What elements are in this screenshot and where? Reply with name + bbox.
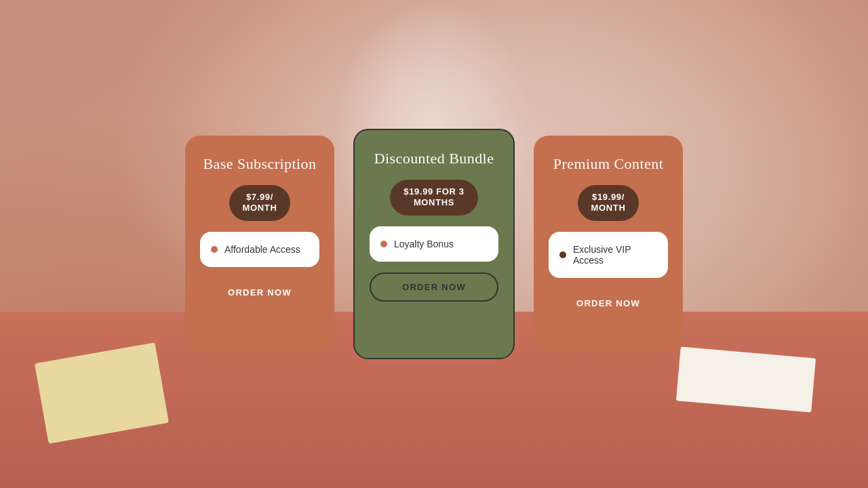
discounted-bundle-features: Loyalty Bonus bbox=[370, 226, 498, 262]
bundle-order-button[interactable]: ORDER NOW bbox=[370, 272, 498, 302]
base-feature-item: Affordable Access bbox=[211, 244, 309, 255]
premium-content-title: Premium Content bbox=[553, 155, 663, 174]
discounted-bundle-card: Discounted Bundle $19.99 FOR 3MONTHS Loy… bbox=[353, 129, 515, 359]
feature-dot-icon bbox=[380, 241, 387, 247]
premium-feature-item: Exclusive VIP Access bbox=[559, 244, 657, 266]
pricing-cards-container: Base Subscription $7.99/MONTH Affordable… bbox=[0, 0, 868, 488]
discounted-bundle-title: Discounted Bundle bbox=[374, 149, 494, 169]
base-order-button[interactable]: ORDER NOW bbox=[200, 278, 319, 307]
bundle-feature-item: Loyalty Bonus bbox=[380, 239, 488, 249]
base-subscription-price: $7.99/MONTH bbox=[229, 185, 291, 222]
premium-content-features: Exclusive VIP Access bbox=[549, 232, 668, 278]
base-feature-label: Affordable Access bbox=[224, 244, 300, 255]
premium-order-button[interactable]: ORDER NOW bbox=[549, 289, 668, 318]
bundle-feature-label: Loyalty Bonus bbox=[394, 239, 454, 249]
base-subscription-card: Base Subscription $7.99/MONTH Affordable… bbox=[185, 136, 334, 352]
base-subscription-features: Affordable Access bbox=[200, 232, 319, 267]
feature-dot-icon bbox=[211, 246, 218, 253]
premium-feature-label: Exclusive VIP Access bbox=[573, 244, 657, 266]
premium-content-price: $19.99/MONTH bbox=[578, 185, 639, 222]
feature-dot-icon bbox=[559, 251, 566, 258]
base-subscription-title: Base Subscription bbox=[203, 155, 317, 174]
discounted-bundle-price: $19.99 FOR 3MONTHS bbox=[390, 180, 477, 216]
premium-content-card: Premium Content $19.99/MONTH Exclusive V… bbox=[534, 136, 683, 352]
